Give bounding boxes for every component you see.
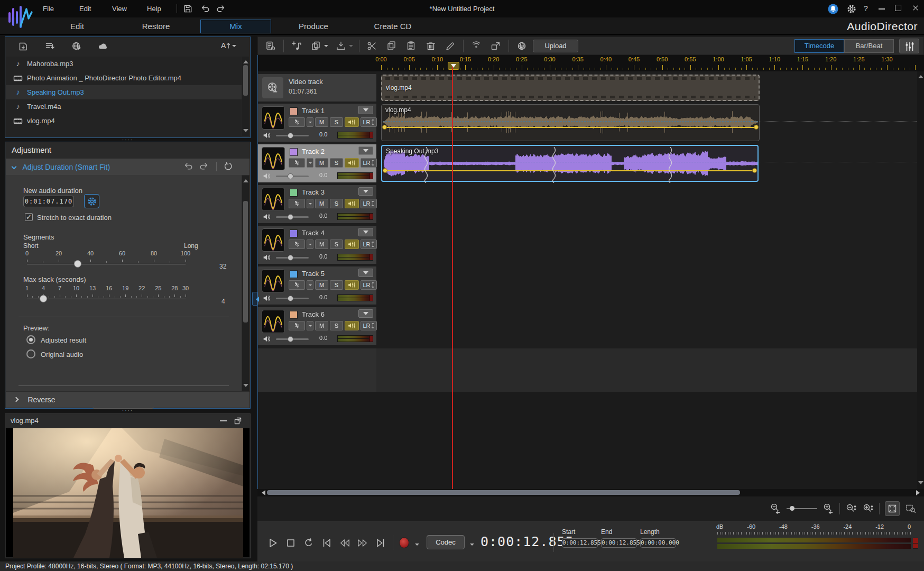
track-lane[interactable] — [377, 185, 924, 223]
video-preview[interactable] — [6, 428, 250, 557]
tab-restore[interactable]: Restore — [142, 22, 170, 31]
scroll-up-icon[interactable] — [918, 72, 923, 78]
mute-button[interactable]: M — [315, 158, 328, 168]
track-color-swatch[interactable] — [290, 270, 298, 278]
solo-button[interactable]: S — [330, 117, 343, 127]
section-redo-icon[interactable] — [199, 161, 209, 172]
minimize-icon[interactable] — [879, 8, 885, 10]
arm-record-dropdown[interactable] — [307, 280, 313, 290]
file-item[interactable]: ♪Speaking Out.mp3 — [6, 85, 242, 99]
mute-button[interactable]: M — [315, 199, 328, 208]
insert-clip-icon[interactable] — [334, 39, 348, 53]
loop-button[interactable] — [303, 537, 315, 549]
skip-to-end-button[interactable] — [375, 537, 386, 549]
arm-record-dropdown[interactable] — [307, 321, 313, 330]
track-color-swatch[interactable] — [290, 189, 298, 197]
arm-record-button[interactable] — [289, 158, 305, 168]
mute-button[interactable]: M — [315, 117, 328, 127]
help-icon[interactable]: ? — [864, 4, 868, 13]
mute-button[interactable]: M — [315, 280, 328, 290]
scrollbar-thumb[interactable] — [243, 65, 248, 96]
slider-handle[interactable] — [74, 260, 81, 268]
track-menu-button[interactable] — [358, 269, 373, 277]
volume-knob[interactable] — [288, 296, 293, 301]
volume-automation-button[interactable] — [345, 240, 359, 249]
track-header[interactable]: Track 2 M S LR 0.0 — [258, 144, 376, 182]
radio-adjusted-result[interactable] — [26, 335, 35, 344]
track-color-swatch[interactable] — [290, 229, 298, 237]
max-slack-slider[interactable]: 1471013161922252830 — [27, 285, 186, 306]
rewind-button[interactable] — [339, 537, 350, 549]
solo-button[interactable]: S — [330, 158, 343, 168]
preview-popout-icon[interactable] — [233, 416, 243, 426]
adjust-duration-section-header[interactable]: Adjust Duration (Smart Fit) — [6, 159, 250, 175]
file-item[interactable]: vlog.mp4 — [6, 114, 242, 128]
zoom-out-vertical-icon[interactable] — [845, 503, 857, 514]
track-lane[interactable]: Speaking Out.mp3 — [377, 144, 924, 182]
track-header[interactable]: Track 5 M S LR 0.0 — [258, 266, 376, 305]
dropdown-caret-icon[interactable] — [349, 45, 353, 49]
track-settings-icon[interactable] — [264, 39, 278, 53]
adjustment-scrollbar[interactable] — [242, 176, 249, 391]
timecode-toggle-button[interactable]: Timecode — [794, 39, 844, 53]
media-scrollbar[interactable] — [242, 57, 249, 136]
arm-record-button[interactable] — [289, 240, 305, 249]
reverse-section-header[interactable]: Reverse — [6, 392, 250, 408]
volume-knob[interactable] — [288, 255, 293, 261]
tab-edit[interactable]: Edit — [70, 22, 84, 31]
fast-forward-button[interactable] — [357, 537, 368, 549]
timeline-horizontal-scrollbar[interactable] — [257, 489, 924, 496]
segments-slider[interactable]: 020406080100 — [27, 250, 186, 271]
stop-button[interactable] — [285, 537, 297, 549]
close-icon[interactable] — [911, 4, 920, 12]
timeline-ruler[interactable]: 0:000:050:100:150:200:250:300:350:400:45… — [257, 55, 924, 71]
solo-button[interactable]: S — [330, 280, 343, 290]
video-track-lane[interactable]: vlog.mp4 — [377, 74, 924, 102]
dropdown-caret-icon[interactable] — [324, 45, 328, 49]
zoom-out-horizontal-icon[interactable] — [770, 503, 781, 514]
record-dropdown-caret[interactable] — [415, 544, 419, 548]
settings-gear-icon[interactable] — [846, 4, 857, 14]
import-media-icon[interactable] — [18, 41, 30, 52]
zoom-in-vertical-icon[interactable] — [862, 503, 874, 514]
section-undo-icon[interactable] — [183, 161, 193, 172]
volume-slider[interactable] — [276, 257, 309, 259]
marker-pen-icon[interactable] — [443, 39, 457, 53]
length-value[interactable]: 0:00:00.000 — [640, 538, 676, 548]
add-track-icon[interactable] — [290, 39, 303, 53]
panel-collapse-handle[interactable] — [252, 292, 257, 306]
solo-button[interactable]: S — [330, 240, 343, 249]
track-header[interactable]: Track 1 M S LR 0.0 — [258, 104, 376, 142]
pan-button[interactable]: LR — [361, 117, 377, 127]
playhead-line[interactable] — [452, 67, 453, 489]
extract-audio-icon[interactable] — [44, 41, 56, 52]
barbeat-toggle-button[interactable]: Bar/Beat — [844, 39, 894, 53]
arm-record-dropdown[interactable] — [307, 240, 313, 249]
fit-timeline-icon[interactable] — [885, 501, 900, 516]
upload-globe-icon[interactable] — [515, 39, 529, 53]
zoom-in-horizontal-icon[interactable] — [823, 503, 834, 514]
file-item[interactable]: ♪Mahoroba.mp3 — [6, 57, 242, 71]
sort-control[interactable]: A — [221, 41, 236, 50]
volume-envelope-line[interactable] — [384, 170, 756, 171]
solo-button[interactable]: S — [330, 321, 343, 330]
track-lane[interactable] — [377, 266, 924, 305]
volume-knob[interactable] — [288, 214, 293, 220]
codec-dropdown-caret[interactable] — [470, 544, 474, 548]
smart-fit-gear-button[interactable] — [84, 194, 99, 208]
tab-produce[interactable]: Produce — [299, 22, 328, 31]
arm-record-button[interactable] — [289, 199, 305, 208]
scroll-up-icon[interactable] — [243, 177, 248, 182]
radio-original-audio[interactable] — [26, 349, 35, 358]
maximize-icon[interactable] — [895, 5, 901, 11]
mixer-panel-button[interactable] — [899, 39, 919, 53]
play-button[interactable] — [267, 537, 279, 549]
zoom-slider-knob[interactable] — [790, 506, 794, 511]
track-lane[interactable]: vlog.mp4 — [377, 104, 924, 142]
volume-knob[interactable] — [288, 133, 293, 139]
track-menu-button[interactable] — [358, 187, 373, 196]
volume-slider[interactable] — [276, 338, 309, 340]
scroll-down-icon[interactable] — [243, 129, 248, 135]
export-clip-icon[interactable] — [489, 39, 503, 53]
playhead-marker[interactable] — [448, 62, 459, 70]
